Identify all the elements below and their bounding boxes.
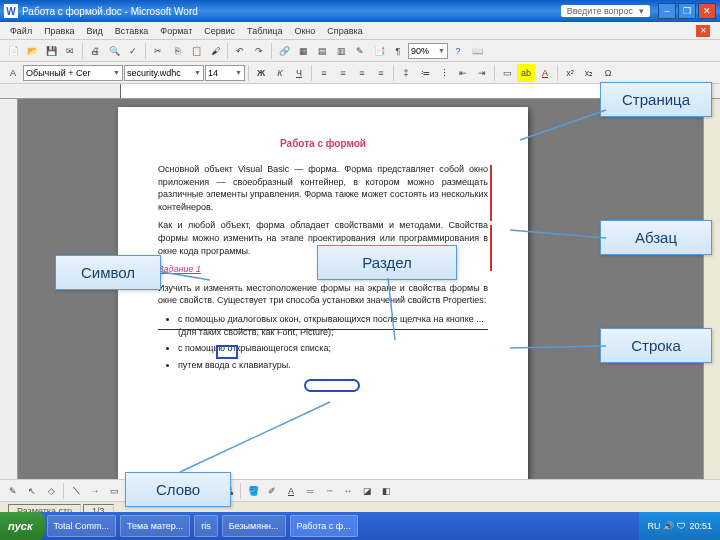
symbol-omega-icon[interactable]: Ω [599,64,617,82]
styles-icon[interactable]: A [4,64,22,82]
task-item[interactable]: Total Comm... [47,515,117,537]
tray-icon[interactable]: 🔊 [663,521,674,531]
draw-menu[interactable]: ✎ [4,482,22,500]
system-tray[interactable]: RU 🔊 🛡 20:51 [639,512,720,540]
font-color-icon2[interactable]: A [282,482,300,500]
dash-style-icon[interactable]: ┄ [320,482,338,500]
linespacing-icon[interactable]: ‡ [397,64,415,82]
highlight-icon[interactable]: ab [517,64,535,82]
close-document-button[interactable]: ✕ [696,25,710,37]
line-icon[interactable]: ＼ [67,482,85,500]
clock[interactable]: 20:51 [689,521,712,531]
maximize-button[interactable]: ❐ [678,3,696,19]
cut-icon[interactable]: ✂ [149,42,167,60]
undo-icon[interactable]: ↶ [231,42,249,60]
menu-help[interactable]: Справка [327,26,362,36]
callout-paragraph: Абзац [600,220,712,255]
mail-icon[interactable]: ✉ [61,42,79,60]
arrow-style-icon[interactable]: ↔ [339,482,357,500]
justify-icon[interactable]: ≡ [372,64,390,82]
font-color-icon[interactable]: A [536,64,554,82]
line-style-icon[interactable]: ═ [301,482,319,500]
save-icon[interactable]: 💾 [42,42,60,60]
fill-color-icon[interactable]: 🪣 [244,482,262,500]
size-combo[interactable]: 14▼ [205,65,245,81]
underline-icon[interactable]: Ч [290,64,308,82]
menu-insert[interactable]: Вставка [115,26,148,36]
help-search-box[interactable]: Введите вопрос ▾ [561,5,650,17]
paragraph-marks-icon[interactable]: ¶ [389,42,407,60]
line-color-icon[interactable]: ✐ [263,482,281,500]
task-item-active[interactable]: Работа с ф... [290,515,358,537]
bullets-icon[interactable]: ⋮ [435,64,453,82]
columns-icon[interactable]: ▥ [332,42,350,60]
align-right-icon[interactable]: ≡ [353,64,371,82]
3d-icon[interactable]: ◧ [377,482,395,500]
borders-icon[interactable]: ▭ [498,64,516,82]
document-page: Работа с формой Основной объект Visual B… [118,107,528,479]
minimize-button[interactable]: – [658,3,676,19]
vertical-ruler[interactable] [0,99,18,479]
menu-file[interactable]: Файл [10,26,32,36]
title-bar: W Работа с формой.doc - Microsoft Word В… [0,0,720,22]
indent-icon[interactable]: ⇥ [473,64,491,82]
lang-indicator[interactable]: RU [647,521,660,531]
italic-icon[interactable]: К [271,64,289,82]
autoshapes-icon[interactable]: ◇ [42,482,60,500]
select-arrow-icon[interactable]: ↖ [23,482,41,500]
task-item[interactable]: ris [194,515,218,537]
copy-icon[interactable]: ⎘ [168,42,186,60]
preview-icon[interactable]: 🔍 [105,42,123,60]
hyperlink-icon[interactable]: 🔗 [275,42,293,60]
drawing-toolbar: ✎ ↖ ◇ ＼ → ▭ ◯ ▣ A ◈ 🖼 🏞 🪣 ✐ A ═ ┄ ↔ ◪ ◧ [0,479,720,501]
read-icon[interactable]: 📖 [468,42,486,60]
spellcheck-icon[interactable]: ✓ [124,42,142,60]
task-list: с помощью диалоговых окон, открывающихся… [178,313,488,371]
taskbar: пуск Total Comm... Тема матер... ris Без… [0,512,720,540]
drawing-icon[interactable]: ✎ [351,42,369,60]
menu-edit[interactable]: Правка [44,26,74,36]
word-marker [304,379,360,392]
align-left-icon[interactable]: ≡ [315,64,333,82]
zoom-combo[interactable]: 90%▼ [408,43,448,59]
task-text: Изучить и изменять местоположение формы … [158,282,488,307]
close-button[interactable]: ✕ [698,3,716,19]
style-combo[interactable]: Обычный + Cer▼ [23,65,123,81]
bold-icon[interactable]: Ж [252,64,270,82]
outdent-icon[interactable]: ⇤ [454,64,472,82]
paragraph-marker [490,225,492,271]
menu-view[interactable]: Вид [87,26,103,36]
redo-icon[interactable]: ↷ [250,42,268,60]
font-combo[interactable]: security.wdhc▼ [124,65,204,81]
excel-icon[interactable]: ▤ [313,42,331,60]
task-item[interactable]: Тема матер... [120,515,190,537]
format-painter-icon[interactable]: 🖌 [206,42,224,60]
callout-section: Раздел [317,245,457,280]
doc-para: Основной объект Visual Basic — форма. Фо… [158,163,488,213]
menu-tools[interactable]: Сервис [204,26,235,36]
docmap-icon[interactable]: 📑 [370,42,388,60]
open-icon[interactable]: 📂 [23,42,41,60]
vertical-scrollbar[interactable] [703,99,720,479]
menu-table[interactable]: Таблица [247,26,282,36]
align-center-icon[interactable]: ≡ [334,64,352,82]
menu-format[interactable]: Формат [160,26,192,36]
numbering-icon[interactable]: ≔ [416,64,434,82]
help-icon[interactable]: ? [449,42,467,60]
shadow-icon[interactable]: ◪ [358,482,376,500]
callout-word: Слово [125,472,231,507]
rectangle-icon[interactable]: ▭ [105,482,123,500]
table-icon[interactable]: ▦ [294,42,312,60]
task-item[interactable]: Безымянн... [222,515,286,537]
superscript-icon[interactable]: x² [561,64,579,82]
subscript-icon[interactable]: x₂ [580,64,598,82]
button-marker [216,345,238,359]
arrow-icon[interactable]: → [86,482,104,500]
divider [158,329,488,330]
tray-icon[interactable]: 🛡 [677,521,686,531]
menu-window[interactable]: Окно [294,26,315,36]
start-button[interactable]: пуск [0,512,45,540]
print-icon[interactable]: 🖨 [86,42,104,60]
new-icon[interactable]: 📄 [4,42,22,60]
paste-icon[interactable]: 📋 [187,42,205,60]
